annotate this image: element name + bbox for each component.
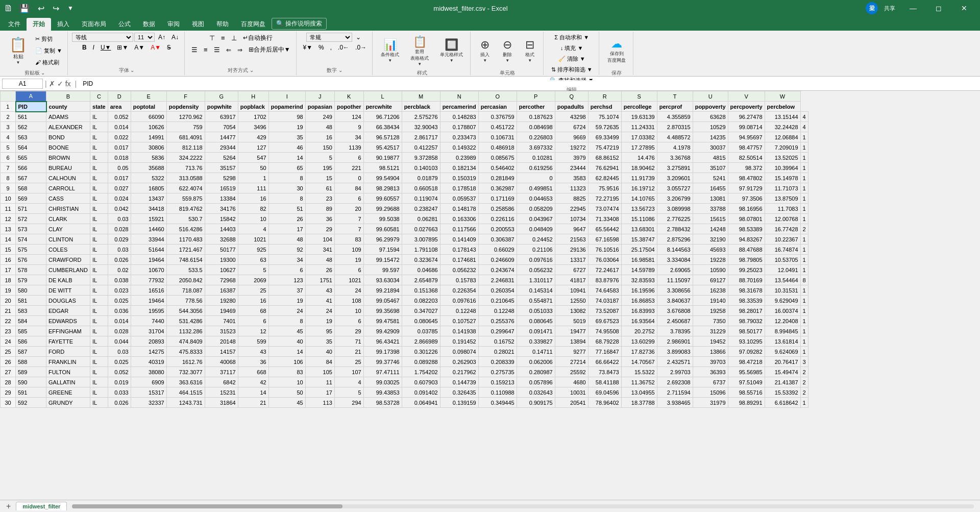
cell-K11[interactable]: 20 bbox=[334, 204, 363, 214]
cell-W14[interactable]: 10.22367 bbox=[765, 234, 800, 245]
cell-W1[interactable]: percbelow bbox=[765, 102, 800, 112]
cell-B7[interactable]: BUREAU bbox=[46, 163, 90, 173]
cell-O13[interactable]: 0.200553 bbox=[478, 224, 517, 234]
cell-M2[interactable]: 2.575276 bbox=[402, 112, 440, 122]
cell-F12[interactable]: 530.7 bbox=[166, 214, 205, 224]
cell-R3[interactable]: 59.72635 bbox=[588, 122, 621, 132]
cell-G1[interactable]: popwhite bbox=[205, 102, 238, 112]
cell-V3[interactable]: 99.08714 bbox=[728, 122, 765, 132]
cell-S10[interactable]: 14.10765 bbox=[621, 193, 657, 204]
cell-C22[interactable]: IL bbox=[90, 316, 108, 326]
cell-G29[interactable]: 15231 bbox=[205, 387, 238, 398]
cell-U1[interactable]: poppoverty bbox=[693, 102, 728, 112]
cell-M9[interactable]: 0.660518 bbox=[402, 183, 440, 193]
cell-B18[interactable]: DE KALB bbox=[46, 275, 90, 285]
cell-I23[interactable]: 45 bbox=[268, 326, 305, 336]
cell-J17[interactable]: 26 bbox=[305, 265, 334, 275]
cell-V10[interactable]: 97.3506 bbox=[728, 193, 765, 204]
cell-K27[interactable]: 107 bbox=[334, 367, 363, 377]
cell-M10[interactable]: 0.119074 bbox=[402, 193, 440, 204]
cell-N18[interactable]: 0.15783 bbox=[440, 275, 478, 285]
cell-G4[interactable]: 14477 bbox=[205, 132, 238, 142]
cell-I18[interactable]: 123 bbox=[268, 275, 305, 285]
cell-E27[interactable]: 38080 bbox=[131, 367, 166, 377]
cell-R19[interactable]: 74.64583 bbox=[588, 285, 621, 296]
cell-M26[interactable]: 0.089288 bbox=[402, 357, 440, 367]
cell-L28[interactable]: 99.03025 bbox=[363, 377, 402, 387]
cell-T13[interactable]: 2.788432 bbox=[657, 224, 693, 234]
cell-D29[interactable]: 0.033 bbox=[108, 387, 131, 398]
col-header-D[interactable]: D bbox=[108, 91, 131, 102]
cell-K8[interactable]: 0 bbox=[334, 173, 363, 183]
cell-C8[interactable]: IL bbox=[90, 173, 108, 183]
cell-P6[interactable]: 0.10281 bbox=[517, 153, 555, 163]
tab-baidu[interactable]: 百度网盘 bbox=[235, 18, 272, 31]
cell-O5[interactable]: 0.486918 bbox=[478, 142, 517, 153]
cell-S20[interactable]: 16.86853 bbox=[621, 296, 657, 306]
cell-undefined8[interactable]: 1 bbox=[800, 173, 808, 183]
cell-H13[interactable]: 4 bbox=[238, 224, 268, 234]
cell-W28[interactable]: 21.41387 bbox=[765, 377, 800, 387]
cell-undefined18[interactable]: 8 bbox=[800, 275, 808, 285]
cell-N9[interactable]: 0.178518 bbox=[440, 183, 478, 193]
cell-U9[interactable]: 16455 bbox=[693, 183, 728, 193]
tab-data[interactable]: 数据 bbox=[137, 18, 161, 31]
cell-I24[interactable]: 40 bbox=[268, 336, 305, 347]
minimize-button[interactable]: — bbox=[901, 0, 925, 16]
cell-R22[interactable]: 69.67523 bbox=[588, 316, 621, 326]
cell-A3[interactable]: 562 bbox=[16, 122, 46, 132]
align-bottom-btn[interactable]: ⊥ bbox=[229, 33, 239, 43]
cell-J24[interactable]: 35 bbox=[305, 336, 334, 347]
cell-D1[interactable]: area bbox=[108, 102, 131, 112]
cell-L21[interactable]: 99.35698 bbox=[363, 306, 402, 316]
cell-V9[interactable]: 97.91729 bbox=[728, 183, 765, 193]
cell-undefined3[interactable]: 4 bbox=[800, 122, 808, 132]
cell-Q1[interactable]: popadults bbox=[555, 102, 588, 112]
cell-H24[interactable]: 599 bbox=[238, 336, 268, 347]
cell-A26[interactable]: 588 bbox=[16, 357, 46, 367]
cell-T30[interactable]: 3.938465 bbox=[657, 398, 693, 408]
cell-undefined21[interactable]: 1 bbox=[800, 306, 808, 316]
cell-E28[interactable]: 6909 bbox=[131, 377, 166, 387]
cell-B3[interactable]: ALEXANDER bbox=[46, 122, 90, 132]
cell-Q30[interactable]: 20541 bbox=[555, 398, 588, 408]
increase-decimal-btn[interactable]: .0→ bbox=[353, 43, 369, 52]
cell-U15[interactable]: 45693 bbox=[693, 245, 728, 255]
cell-V28[interactable]: 97.51049 bbox=[728, 377, 765, 387]
cell-T11[interactable]: 3.089998 bbox=[657, 204, 693, 214]
cell-D4[interactable]: 0.022 bbox=[108, 132, 131, 142]
cell-F23[interactable]: 1132.286 bbox=[166, 326, 205, 336]
cell-A12[interactable]: 572 bbox=[16, 214, 46, 224]
cell-D27[interactable]: 0.052 bbox=[108, 367, 131, 377]
cell-M20[interactable]: 0.082203 bbox=[402, 296, 440, 306]
col-header-C[interactable]: C bbox=[90, 91, 108, 102]
col-header-U[interactable]: U bbox=[693, 91, 728, 102]
cell-R5[interactable]: 75.47219 bbox=[588, 142, 621, 153]
cell-F7[interactable]: 713.76 bbox=[166, 163, 205, 173]
cell-C4[interactable]: IL bbox=[90, 132, 108, 142]
cell-R2[interactable]: 75.1074 bbox=[588, 112, 621, 122]
cell-W19[interactable]: 10.31531 bbox=[765, 285, 800, 296]
cell-undefined30[interactable]: 1 bbox=[800, 398, 808, 408]
cell-B28[interactable]: GALLATIN bbox=[46, 377, 90, 387]
cell-V17[interactable]: 99.25023 bbox=[728, 265, 765, 275]
cell-K5[interactable]: 1139 bbox=[334, 142, 363, 153]
horizontal-scrollbar[interactable] bbox=[72, 504, 974, 508]
cell-R30[interactable]: 78.96402 bbox=[588, 398, 621, 408]
cell-D11[interactable]: 0.042 bbox=[108, 204, 131, 214]
cell-undefined11[interactable]: 1 bbox=[800, 204, 808, 214]
copy-button[interactable]: 📄 复制 ▼ bbox=[33, 46, 64, 56]
cell-L24[interactable]: 96.43421 bbox=[363, 336, 402, 347]
cell-N12[interactable]: 0.163306 bbox=[440, 214, 478, 224]
cell-A28[interactable]: 590 bbox=[16, 377, 46, 387]
cell-A15[interactable]: 575 bbox=[16, 245, 46, 255]
cell-P1[interactable]: percother bbox=[517, 102, 555, 112]
cell-K25[interactable]: 21 bbox=[334, 347, 363, 357]
cell-P21[interactable]: 0.051033 bbox=[517, 306, 555, 316]
cell-B20[interactable]: DOUGLAS bbox=[46, 296, 90, 306]
cell-undefined22[interactable]: 1 bbox=[800, 316, 808, 326]
tab-view[interactable]: 视图 bbox=[186, 18, 210, 31]
cell-C15[interactable]: IL bbox=[90, 245, 108, 255]
cell-C7[interactable]: IL bbox=[90, 163, 108, 173]
cell-G27[interactable]: 37117 bbox=[205, 367, 238, 377]
